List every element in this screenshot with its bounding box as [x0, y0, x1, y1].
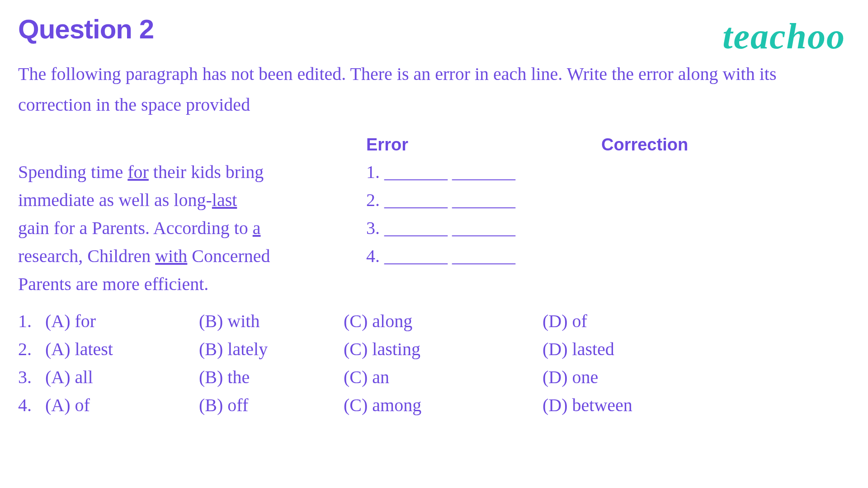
option-c: (C) lasting [344, 335, 542, 363]
option-row-1: 1. (A) for (B) with (C) along (D) of [18, 307, 850, 335]
blank-row-4: 4. _______ _______ [366, 242, 850, 270]
option-d: (D) lasted [542, 335, 850, 363]
header-row: Question 2 teachoo [18, 14, 850, 54]
option-number: 1. [18, 307, 45, 335]
option-number: 4. [18, 391, 45, 419]
instruction-text: The following paragraph has not been edi… [18, 59, 850, 120]
error-word: with [155, 246, 187, 266]
worksheet-page: Question 2 teachoo The following paragra… [0, 0, 868, 488]
option-c: (C) among [344, 391, 542, 419]
option-a: (A) for [45, 307, 199, 335]
text-segment: gain for a Parents. According to [18, 218, 253, 238]
paragraph-line-1: Spending time for their kids bring [18, 158, 366, 186]
paragraph-line-2: immediate as well as long-last [18, 186, 366, 214]
blank-row-2: 2. _______ _______ [366, 186, 850, 214]
text-segment: immediate as well as long- [18, 190, 212, 210]
option-b: (B) with [199, 307, 344, 335]
paragraph-line-4: research, Children with Concerned [18, 242, 366, 270]
error-word: for [127, 162, 149, 182]
blank-row-1: 1. _______ _______ [366, 158, 850, 186]
blank-row-3: 3. _______ _______ [366, 214, 850, 242]
option-number: 3. [18, 363, 45, 391]
option-a: (A) latest [45, 335, 199, 363]
option-number: 2. [18, 335, 45, 363]
option-d: (D) of [542, 307, 850, 335]
option-a: (A) all [45, 363, 199, 391]
options-block: 1. (A) for (B) with (C) along (D) of 2. … [18, 307, 850, 419]
worksheet-grid: Error Correction Spending time for their… [18, 131, 850, 298]
brand-logo: teachoo [722, 18, 845, 54]
option-a: (A) of [45, 391, 199, 419]
option-row-4: 4. (A) of (B) off (C) among (D) between [18, 391, 850, 419]
paragraph-line-3: gain for a Parents. According to a [18, 214, 366, 242]
option-row-2: 2. (A) latest (B) lately (C) lasting (D)… [18, 335, 850, 363]
text-segment: their kids bring [149, 162, 264, 182]
paragraph-line-5: Parents are more efficient. [18, 270, 366, 298]
error-word: a [253, 218, 261, 238]
option-b: (B) the [199, 363, 344, 391]
option-d: (D) one [542, 363, 850, 391]
error-word: last [212, 190, 237, 210]
text-segment: Concerned [187, 246, 270, 266]
option-c: (C) along [344, 307, 542, 335]
option-b: (B) off [199, 391, 344, 419]
question-title: Question 2 [18, 14, 154, 45]
error-header: Error [366, 131, 601, 158]
option-c: (C) an [344, 363, 542, 391]
text-segment: Spending time [18, 162, 127, 182]
option-d: (D) between [542, 391, 850, 419]
option-row-3: 3. (A) all (B) the (C) an (D) one [18, 363, 850, 391]
text-segment: research, Children [18, 246, 155, 266]
correction-header: Correction [601, 131, 850, 158]
option-b: (B) lately [199, 335, 344, 363]
